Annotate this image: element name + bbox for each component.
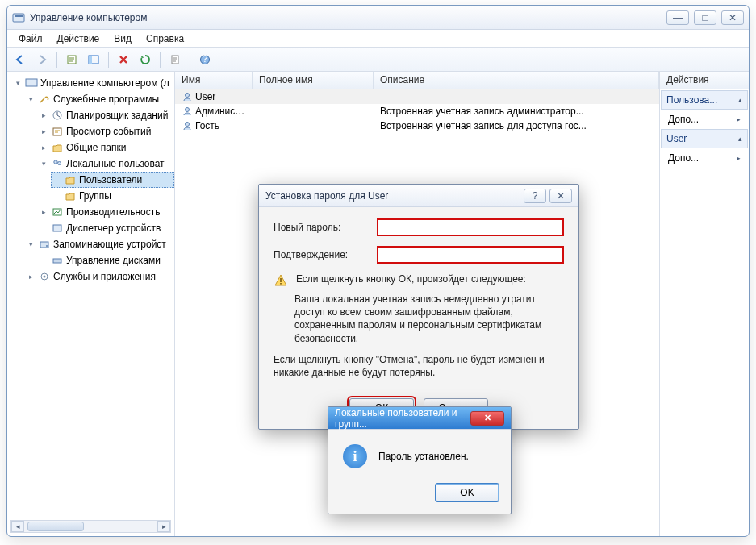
small-dialog-title: Локальные пользователи и групп... [335, 407, 470, 430]
dialog-title: Установка пароля для User [265, 190, 388, 202]
small-dialog-close-button[interactable]: ✕ [470, 411, 504, 426]
svg-point-21 [186, 108, 190, 112]
svg-rect-24 [280, 283, 282, 285]
svg-rect-8 [26, 79, 37, 86]
tree-storage[interactable]: Запоминающие устройст [53, 237, 166, 252]
tree-localusers[interactable]: Локальные пользоват [66, 156, 165, 171]
storage-icon [38, 238, 51, 251]
svg-rect-23 [280, 278, 282, 282]
col-fullname[interactable]: Полное имя [253, 72, 374, 89]
scroll-right-button[interactable]: ▸ [157, 521, 170, 532]
svg-rect-0 [13, 14, 24, 22]
folder-icon [64, 189, 77, 202]
svg-rect-1 [15, 15, 23, 17]
user-icon [182, 91, 193, 102]
cancel-note: Если щелкнуть кнопку "Отмена", пароль не… [274, 353, 564, 379]
warning-text: Если щелкнуть кнопку ОК, произойдет след… [296, 273, 526, 288]
svg-point-22 [186, 123, 190, 127]
svg-point-16 [46, 245, 48, 247]
confirm-password-input[interactable] [377, 246, 564, 264]
diskmgr-icon [51, 254, 64, 267]
svg-rect-17 [53, 259, 61, 263]
tree-pane: ▾Управление компьютером (л ▾Служебные пр… [7, 72, 175, 536]
user-icon [182, 120, 193, 131]
user-icon [182, 106, 193, 117]
actions-pane: Действия Пользова...▴ Допо...▸ User▴ Доп… [660, 72, 749, 536]
small-dialog-titlebar: Локальные пользователи и групп... ✕ [328, 407, 511, 430]
svg-rect-14 [53, 225, 61, 231]
tree-event[interactable]: Просмотр событий [66, 124, 151, 139]
minimize-button[interactable]: — [666, 10, 689, 25]
warning-icon [274, 273, 288, 288]
folder-shared-icon [51, 141, 64, 154]
col-desc[interactable]: Описание [374, 72, 659, 89]
svg-point-11 [54, 160, 57, 164]
folder-icon [64, 173, 77, 186]
confirm-password-label: Подтверждение: [274, 249, 377, 260]
refresh-button[interactable] [136, 50, 155, 69]
tree-diskmgr[interactable]: Управление дисками [66, 253, 161, 268]
list-row[interactable]: Администр... Встроенная учетная запись а… [175, 104, 659, 119]
actions-more-1[interactable]: Допо...▸ [660, 110, 749, 128]
new-password-input[interactable] [377, 218, 564, 236]
actions-group-user[interactable]: User▴ [661, 129, 748, 148]
warning-detail: Ваша локальная учетная запись немедленно… [294, 293, 564, 345]
titlebar: Управление компьютером — □ ✕ [7, 6, 749, 30]
svg-text:?: ? [203, 54, 208, 64]
password-set-message: Пароль установлен. [378, 451, 469, 462]
list-row[interactable]: Гость Встроенная учетная запись для дост… [175, 119, 659, 133]
menu-view[interactable]: Вид [107, 31, 138, 46]
tools-icon [38, 93, 51, 106]
tree-groups[interactable]: Группы [79, 189, 111, 203]
col-name[interactable]: Имя [175, 72, 253, 89]
event-icon [51, 125, 64, 138]
new-password-label: Новый пароль: [274, 222, 377, 233]
menu-file[interactable]: Файл [12, 31, 49, 46]
svg-point-19 [44, 276, 46, 278]
list-row[interactable]: User [175, 89, 659, 104]
scroll-thumb[interactable] [27, 522, 84, 531]
dialog-help-button[interactable]: ? [524, 189, 546, 203]
perf-icon [51, 206, 64, 218]
menu-action[interactable]: Действие [51, 31, 107, 46]
close-button[interactable]: ✕ [721, 10, 744, 25]
dialog-close-button[interactable]: ✕ [549, 189, 572, 203]
password-set-dialog: Локальные пользователи и групп... ✕ i Па… [328, 406, 512, 514]
toolbar: ? [7, 48, 749, 72]
tree-devmgr[interactable]: Диспетчер устройств [66, 221, 161, 235]
menu-help[interactable]: Справка [140, 31, 190, 46]
computer-icon [25, 77, 38, 89]
svg-rect-15 [40, 242, 48, 248]
nav-back-button[interactable] [10, 50, 30, 69]
tree-task[interactable]: Планировщик заданий [66, 108, 168, 123]
export-button[interactable] [165, 50, 185, 69]
nav-forward-button[interactable] [32, 50, 52, 69]
tree-sys[interactable]: Служебные программы [53, 92, 159, 106]
tree-root[interactable]: Управление компьютером (л [40, 76, 169, 90]
tree-shared[interactable]: Общие папки [66, 140, 126, 155]
users-icon [51, 157, 64, 170]
show-hide-button[interactable] [84, 50, 103, 69]
clock-icon [51, 109, 64, 122]
services-icon [38, 270, 51, 283]
tree-users[interactable]: Пользователи [79, 173, 142, 187]
small-ok-button[interactable]: OK [435, 483, 499, 502]
actions-group-users[interactable]: Пользова...▴ [661, 90, 748, 110]
actions-more-2[interactable]: Допо...▸ [660, 149, 749, 167]
app-icon [12, 11, 25, 24]
help-button[interactable]: ? [195, 50, 215, 69]
svg-point-20 [186, 94, 190, 98]
scroll-left-button[interactable]: ◂ [11, 521, 24, 532]
svg-point-12 [58, 162, 61, 165]
maximize-button[interactable]: □ [694, 10, 716, 25]
properties-button[interactable] [62, 50, 81, 69]
info-icon: i [343, 444, 367, 468]
tree-horizontal-scrollbar[interactable]: ◂ ▸ [10, 520, 171, 533]
list-header: Имя Полное имя Описание [175, 72, 659, 89]
actions-header: Действия [660, 72, 749, 89]
dialog-titlebar: Установка пароля для User ? ✕ [259, 185, 578, 207]
tree-perf[interactable]: Производительность [66, 205, 160, 219]
tree-svcs[interactable]: Службы и приложения [53, 269, 156, 284]
delete-button[interactable] [114, 50, 133, 69]
window-title: Управление компьютером [30, 12, 147, 23]
